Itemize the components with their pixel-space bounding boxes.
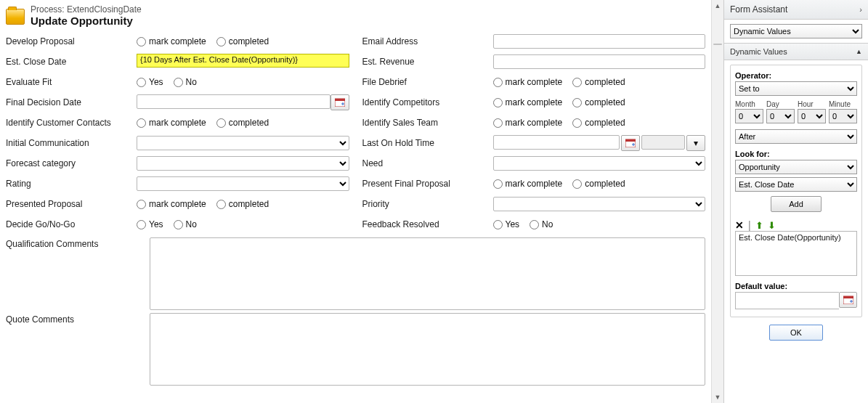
est-close-date-value[interactable]: {10 Days After Est. Close Date(Opportuni…: [137, 54, 349, 68]
look-for-label: Look for:: [735, 150, 857, 158]
label-need: Need: [362, 158, 493, 168]
process-name: Process: ExtendClosingDate: [31, 4, 142, 15]
scroll-up-icon[interactable]: ▲: [712, 0, 723, 12]
form-assistant-mode-select[interactable]: Dynamic Values: [730, 24, 862, 38]
present-final-proposal-mark-complete[interactable]: [493, 179, 503, 189]
operator-label: Operator:: [735, 71, 857, 80]
minute-label: Minute: [829, 100, 857, 108]
identify-competitors-completed[interactable]: [572, 98, 582, 107]
file-debrief-completed[interactable]: [572, 78, 582, 87]
chevron-right-icon[interactable]: ›: [859, 5, 862, 14]
feedback-resolved-yes[interactable]: [493, 220, 503, 229]
file-debrief-mark-complete[interactable]: [493, 78, 503, 87]
priority-select[interactable]: [493, 197, 706, 211]
label-est-close-date: Est. Close Date: [6, 57, 137, 67]
develop-proposal-mark-complete[interactable]: [137, 37, 146, 46]
page-title: Update Opportunity: [31, 15, 142, 27]
label-identify-competitors: Identify Competitors: [362, 97, 493, 107]
last-on-hold-time-input: [641, 135, 685, 150]
feedback-resolved-no[interactable]: [530, 220, 539, 229]
present-final-proposal-completed[interactable]: [572, 179, 582, 189]
remove-icon[interactable]: ✕: [735, 219, 744, 231]
svg-rect-1: [335, 99, 345, 101]
quote-comments-input[interactable]: [150, 313, 705, 386]
label-feedback-resolved: Feedback Resolved: [362, 219, 493, 229]
develop-proposal-completed[interactable]: [216, 37, 226, 46]
label-est-revenue: Est. Revenue: [362, 57, 493, 67]
label-rating: Rating: [6, 179, 137, 189]
calendar-icon[interactable]: [621, 135, 640, 151]
calendar-icon[interactable]: [839, 292, 857, 308]
look-for-attribute-select[interactable]: Est. Close Date: [735, 177, 857, 192]
label-presented-proposal: Presented Proposal: [6, 199, 137, 209]
main-scrollbar[interactable]: ▲ ▼: [711, 0, 723, 403]
time-picker-icon[interactable]: ▾: [686, 135, 705, 151]
label-qualification-comments: Qualification Comments: [6, 237, 137, 249]
month-label: Month: [735, 100, 763, 108]
est-revenue-input[interactable]: [493, 54, 706, 69]
identify-sales-team-mark-complete[interactable]: [493, 118, 503, 128]
form-assistant-title: Form Assistant: [730, 4, 787, 15]
label-priority: Priority: [362, 199, 493, 209]
label-quote-comments: Quote Comments: [6, 313, 137, 325]
label-file-debrief: File Debrief: [362, 77, 493, 87]
label-last-on-hold-time: Last On Hold Time: [362, 138, 493, 148]
days-select[interactable]: 0: [766, 109, 795, 123]
label-email-address: Email Address: [362, 36, 493, 46]
decide-go-no-go-yes[interactable]: [137, 220, 146, 229]
rating-select[interactable]: [137, 176, 349, 191]
identify-competitors-mark-complete[interactable]: [493, 98, 503, 107]
need-select[interactable]: [493, 156, 706, 171]
svg-rect-5: [843, 296, 853, 298]
identify-sales-team-completed[interactable]: [572, 118, 582, 128]
hours-select[interactable]: 0: [798, 109, 826, 123]
label-evaluate-fit: Evaluate Fit: [6, 77, 137, 87]
label-identify-customer-contacts: Identify Customer Contacts: [6, 118, 137, 128]
calendar-icon[interactable]: [330, 94, 349, 110]
day-label: Day: [766, 100, 795, 108]
operator-select[interactable]: Set to: [735, 81, 857, 96]
identify-customer-contacts-completed[interactable]: [216, 118, 226, 128]
evaluate-fit-yes[interactable]: [137, 78, 146, 87]
hour-label: Hour: [798, 100, 826, 108]
months-select[interactable]: 0: [735, 109, 763, 123]
add-button[interactable]: Add: [771, 196, 822, 212]
list-item[interactable]: Est. Close Date(Opportunity): [739, 233, 853, 242]
move-up-icon[interactable]: ⬆: [755, 220, 763, 231]
initial-communication-select[interactable]: [137, 136, 349, 150]
scrollbar-thumb[interactable]: [713, 44, 722, 45]
ok-button[interactable]: OK: [769, 325, 823, 341]
presented-proposal-mark-complete[interactable]: [137, 200, 146, 209]
scroll-down-icon[interactable]: ▼: [712, 391, 723, 403]
label-develop-proposal: Develop Proposal: [6, 36, 137, 46]
label-final-decision-date: Final Decision Date: [6, 97, 137, 107]
label-initial-communication: Initial Communication: [6, 138, 137, 148]
evaluate-fit-no[interactable]: [174, 78, 183, 87]
minutes-select[interactable]: 0: [829, 109, 857, 123]
final-decision-date-input[interactable]: [137, 94, 330, 109]
before-after-select[interactable]: After: [735, 129, 857, 144]
look-for-entity-select[interactable]: Opportunity: [735, 160, 857, 174]
selected-values-list[interactable]: Est. Close Date(Opportunity): [735, 231, 857, 276]
label-present-final-proposal: Present Final Proposal: [362, 179, 493, 189]
identify-customer-contacts-mark-complete[interactable]: [137, 118, 146, 128]
move-down-icon[interactable]: ⬇: [768, 220, 776, 231]
svg-rect-3: [625, 139, 636, 142]
forecast-category-select[interactable]: [137, 156, 349, 171]
default-value-label: Default value:: [735, 282, 857, 290]
default-value-input[interactable]: [735, 292, 839, 309]
qualification-comments-input[interactable]: [150, 237, 705, 310]
process-folder-icon: [6, 9, 25, 25]
collapse-icon[interactable]: ▲: [856, 48, 862, 55]
presented-proposal-completed[interactable]: [216, 200, 226, 209]
decide-go-no-go-no[interactable]: [174, 220, 183, 229]
label-identify-sales-team: Identify Sales Team: [362, 118, 493, 128]
last-on-hold-date-input[interactable]: [493, 135, 620, 150]
label-forecast-category: Forecast category: [6, 158, 137, 168]
label-decide-go-no-go: Decide Go/No-Go: [6, 219, 137, 229]
dynamic-values-section-title: Dynamic Values: [730, 47, 787, 56]
email-address-input[interactable]: [493, 34, 706, 49]
